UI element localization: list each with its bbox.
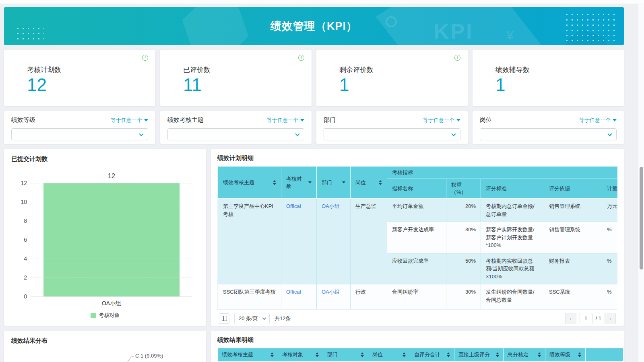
filters-row: 绩效等级 等于任意一个 绩效考核主题 等于任意一个 部门 等于任意一个 岗位 等… bbox=[4, 111, 624, 144]
filter-label: 部门 bbox=[324, 116, 336, 124]
filter-operator-link[interactable]: 等于任意一个 bbox=[267, 117, 304, 124]
cell-unit: % bbox=[602, 284, 618, 310]
stat-label: 剩余评价数 bbox=[339, 65, 460, 74]
info-icon[interactable]: i bbox=[298, 55, 304, 61]
res-col-dept[interactable]: 部门 bbox=[323, 348, 368, 362]
col-header-dept[interactable]: 部门 bbox=[317, 167, 351, 199]
chart-legend[interactable]: 考核对象 bbox=[11, 312, 199, 319]
stat-cards-row: i 考核计划数 12 i 已评价数 11 i 剩余评价数 1 绩效辅导数 1 bbox=[4, 50, 624, 106]
cell-subject: SSC团队第三季度考核 bbox=[218, 284, 281, 310]
col-header-standard: 评分标准 bbox=[481, 179, 544, 199]
res-col-target[interactable]: 考核对象 bbox=[278, 348, 323, 362]
sort-icon[interactable] bbox=[316, 352, 319, 357]
page-title: 绩效管理（KPI） bbox=[4, 19, 624, 33]
y-axis-tick: 12 bbox=[15, 180, 27, 186]
table-settings-button[interactable] bbox=[219, 313, 229, 324]
col-header-target[interactable]: 考核对象 bbox=[281, 167, 317, 199]
y-axis-tick: 6 bbox=[15, 237, 27, 243]
stat-label: 绩效辅导数 bbox=[495, 65, 616, 74]
stat-label: 已评价数 bbox=[183, 65, 303, 74]
y-axis-tick: 8 bbox=[15, 218, 27, 224]
chevron-down-icon bbox=[139, 132, 143, 136]
position-select[interactable] bbox=[480, 128, 617, 140]
page-number-input[interactable] bbox=[580, 313, 592, 324]
bar-chart: 12 OA小组 024681012 考核对象 bbox=[11, 164, 199, 320]
info-icon[interactable]: i bbox=[142, 55, 148, 61]
col-header-basis: 评分依据 bbox=[544, 179, 602, 199]
pie-title: 绩效结果分布 bbox=[11, 337, 199, 345]
prev-page-button[interactable]: ‹ bbox=[565, 313, 576, 324]
cell-weight: 30% bbox=[446, 284, 481, 310]
stat-value: 11 bbox=[183, 76, 303, 94]
cell-dept-link[interactable]: OA小组 bbox=[317, 284, 351, 310]
gridline bbox=[31, 240, 192, 240]
y-axis-tick: 2 bbox=[15, 274, 27, 281]
cell-basis: 销售管理系统 bbox=[544, 199, 602, 222]
scrollbar-thumb[interactable] bbox=[640, 167, 643, 269]
cell-metric: 新客户开发达成率 bbox=[387, 222, 446, 253]
sort-icon[interactable] bbox=[402, 352, 406, 357]
department-select[interactable] bbox=[324, 128, 460, 140]
total-pages: / 1 bbox=[596, 315, 601, 321]
y-axis-tick: 0 bbox=[15, 293, 27, 300]
cell-target-link[interactable]: Offical bbox=[281, 284, 317, 310]
cell-standard: 考核期内实收回款总额/当期应收回款总额×100% bbox=[481, 253, 544, 284]
page-size-select[interactable]: 20 条/页 bbox=[234, 313, 270, 324]
grade-select[interactable] bbox=[11, 128, 148, 140]
gridline bbox=[31, 296, 192, 297]
cell-weight: 50% bbox=[446, 253, 481, 284]
info-icon[interactable]: i bbox=[454, 55, 460, 61]
sort-icon[interactable] bbox=[538, 352, 541, 357]
filter-operator-link[interactable]: 等于任意一个 bbox=[579, 117, 617, 124]
subject-select[interactable] bbox=[167, 128, 304, 140]
chevron-down-icon bbox=[262, 316, 266, 320]
res-col-position[interactable]: 岗位 bbox=[368, 348, 410, 362]
sort-icon[interactable] bbox=[578, 352, 581, 357]
sort-icon[interactable] bbox=[270, 352, 274, 357]
col-header-subject[interactable]: 绩效考核主题 bbox=[218, 167, 281, 199]
res-col-grade[interactable]: 绩效等级 bbox=[545, 348, 586, 362]
page-scrollbar[interactable] bbox=[638, 4, 644, 362]
filter-dropdown-icon[interactable] bbox=[308, 181, 312, 183]
result-table-title: 绩效结果明细 bbox=[217, 336, 617, 344]
col-header-position[interactable]: 岗位 bbox=[351, 167, 387, 199]
res-col-manager-score[interactable]: 直接上级评分 bbox=[454, 348, 504, 362]
filter-dropdown-icon[interactable] bbox=[342, 181, 345, 183]
sort-icon[interactable] bbox=[379, 180, 382, 185]
cell-basis: SSC系统 bbox=[544, 284, 602, 310]
sort-icon[interactable] bbox=[273, 180, 276, 185]
cell-subject: 第三季度产品中心KPI考核 bbox=[218, 199, 281, 284]
cell-standard: 新客户实际开发数量/新客户计划开发数量*100% bbox=[481, 222, 544, 253]
stat-card-remaining: i 剩余评价数 1 bbox=[316, 50, 468, 106]
chevron-down-icon bbox=[613, 119, 617, 121]
sort-icon[interactable] bbox=[361, 352, 364, 357]
plan-table-title: 绩效计划明细 bbox=[217, 154, 617, 162]
stat-label: 考核计划数 bbox=[27, 65, 147, 74]
gridline bbox=[31, 183, 192, 183]
chart-title: 已提交计划数 bbox=[11, 155, 199, 163]
bar-value-label: 12 bbox=[108, 173, 115, 180]
res-col-subject[interactable]: 绩效考核主题 bbox=[218, 348, 278, 362]
stat-value: 1 bbox=[339, 76, 460, 94]
res-col-self-score[interactable]: 自评分合计 bbox=[410, 348, 454, 362]
main-row: 已提交计划数 12 OA小组 024681012 考核对象 绩效计划明细 bbox=[4, 149, 624, 326]
sort-icon[interactable] bbox=[496, 352, 499, 357]
res-col-total-score[interactable]: 总分核定 bbox=[504, 348, 545, 362]
filter-card-position: 岗位 等于任意一个 bbox=[473, 111, 624, 144]
col-group-header-indicators: 考核指标 bbox=[387, 167, 618, 179]
cell-standard: 发生纠纷的合同数量/合同总数量 bbox=[481, 284, 544, 310]
cell-unit: 万元 bbox=[602, 199, 618, 222]
gridline bbox=[31, 221, 192, 221]
sort-icon[interactable] bbox=[447, 352, 450, 357]
cell-dept-link[interactable]: OA小组 bbox=[317, 199, 351, 284]
cell-metric: 应收回款完成率 bbox=[387, 253, 446, 284]
next-page-button[interactable]: › bbox=[605, 313, 616, 324]
filter-operator-link[interactable]: 等于任意一个 bbox=[423, 117, 460, 124]
filter-operator-link[interactable]: 等于任意一个 bbox=[111, 117, 148, 124]
result-distribution-card: 绩效结果分布 A 2 (18.18%) C 1 (9.09%) bbox=[4, 331, 206, 362]
legend-label: 考核对象 bbox=[99, 312, 120, 319]
plan-detail-card: 绩效计划明细 绩效考核主题 考核对象 bbox=[211, 149, 624, 326]
cell-target-link[interactable]: Offical bbox=[281, 199, 317, 284]
cell-position: 生产总监 bbox=[351, 199, 387, 284]
cell-unit: % bbox=[602, 253, 618, 284]
